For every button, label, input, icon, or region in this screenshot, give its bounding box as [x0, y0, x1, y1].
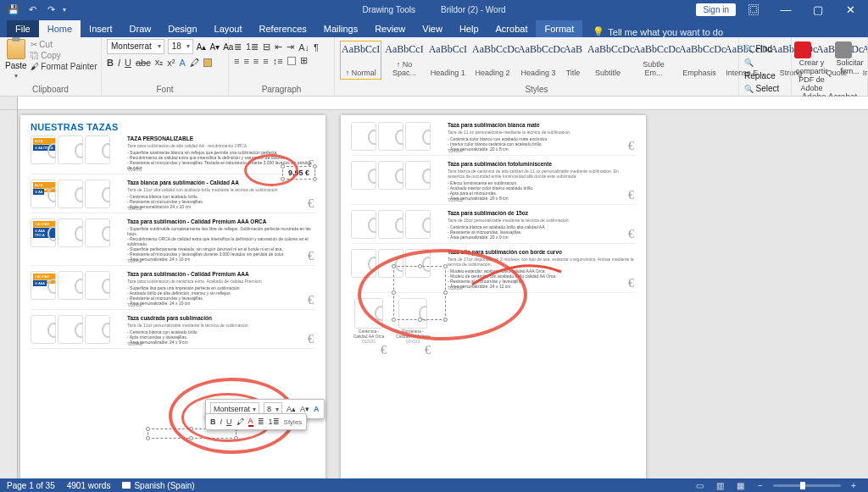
mini-numbering-icon[interactable]: 1≣ — [269, 417, 280, 426]
product-ref: 032030 — [448, 285, 463, 290]
style-item[interactable]: AaBbCcIHeading 1 — [427, 41, 469, 80]
style-item[interactable]: AaBTitle — [562, 41, 584, 80]
tab-layout[interactable]: Layout — [206, 20, 251, 37]
tab-help[interactable]: Help — [451, 20, 487, 37]
decrease-indent-icon[interactable]: ⇤ — [275, 41, 282, 53]
tab-home[interactable]: Home — [39, 20, 81, 37]
show-marks-icon[interactable]: ¶ — [314, 42, 319, 53]
mini-shrink-icon[interactable]: A▾ — [300, 405, 309, 413]
mini-styles-icon[interactable]: A — [314, 405, 320, 413]
tab-format[interactable]: Format — [536, 20, 582, 37]
minimize-icon[interactable]: — — [771, 3, 800, 16]
document-canvas[interactable]: NUESTRAS TAZAS ALTA CALIDAD⊘ AA ORCATAZA… — [0, 110, 868, 478]
bold-button[interactable]: B — [107, 58, 114, 68]
view-web-icon[interactable]: ▦ — [732, 481, 748, 490]
tab-file[interactable]: File — [7, 20, 39, 37]
borders-icon[interactable]: ⊞ — [300, 55, 308, 66]
tab-references[interactable]: References — [251, 20, 315, 37]
strike-button[interactable]: abc — [136, 58, 151, 68]
style-item[interactable]: AaBbCcDcEmphasis — [677, 41, 721, 80]
numbering-icon[interactable]: 1≣ — [246, 41, 259, 53]
align-left-icon[interactable]: ≡ — [234, 56, 239, 66]
price-textbox-selected[interactable]: 9,95 € — [282, 166, 315, 180]
sort-icon[interactable]: A↓ — [298, 42, 309, 53]
save-icon[interactable]: 💾 — [7, 3, 20, 16]
zoom-in-icon[interactable]: + — [846, 481, 861, 490]
horizontal-ruler[interactable] — [0, 97, 868, 110]
mug-thumb — [351, 161, 376, 190]
mini-bullets-icon[interactable]: ≣ — [258, 417, 264, 426]
image-selection[interactable] — [393, 266, 446, 320]
acrobat-create-button[interactable]: Crear y compartirPDF de Adobe — [794, 41, 830, 92]
quick-access-toolbar: 💾 ↶ ↷ ▾ — [0, 3, 73, 16]
tab-view[interactable]: View — [414, 20, 451, 37]
acrobat-sign-button[interactable]: Solicitar firm... — [835, 41, 865, 92]
line-spacing-icon[interactable]: ↕≡ — [273, 56, 283, 66]
tab-acrobat[interactable]: Acrobat — [487, 20, 537, 37]
styles-gallery[interactable]: AaBbCcI↑ NormalAaBbCcI↑ No Spac...AaBbCc… — [340, 39, 733, 80]
view-print-icon[interactable]: ▥ — [712, 481, 727, 490]
mini-italic[interactable]: I — [220, 417, 223, 426]
select-button[interactable]: Select — [744, 82, 786, 96]
sign-in-button[interactable]: Sign in — [696, 3, 736, 16]
bullets-icon[interactable]: ≣ — [234, 41, 242, 53]
replace-button[interactable]: Replace — [744, 56, 786, 82]
cut-button[interactable]: ✂ Cut — [31, 39, 97, 50]
style-item[interactable]: AaBbCcDcSubtle Em... — [632, 41, 676, 80]
find-button[interactable]: Find — [744, 42, 786, 56]
close-icon[interactable]: ✕ — [836, 3, 865, 16]
font-size-select[interactable]: 18 — [168, 39, 193, 54]
paste-button[interactable]: Paste▾ — [5, 39, 27, 80]
ribbon-options-icon[interactable]: ⿴ — [739, 3, 768, 16]
mini-styles-label[interactable]: Styles — [284, 418, 303, 426]
tab-insert[interactable]: Insert — [81, 20, 121, 37]
style-item[interactable]: AaBbCcI↑ No Spac... — [383, 41, 425, 80]
view-read-icon[interactable]: ▭ — [692, 481, 707, 490]
mini-underline[interactable]: U — [226, 417, 232, 426]
status-page[interactable]: Page 1 of 35 — [7, 481, 55, 490]
status-language[interactable]: Spanish (Spain) — [122, 481, 194, 490]
grow-font-icon[interactable]: A▴ — [197, 42, 207, 52]
product-subtitle: Taza blanca de cerámica de alta calidad … — [448, 169, 636, 179]
zoom-slider[interactable] — [773, 484, 841, 487]
zoom-out-icon[interactable]: − — [753, 481, 768, 490]
maximize-icon[interactable]: ▢ — [804, 3, 832, 16]
style-item[interactable]: AaBbCcDcHeading 3 — [516, 41, 560, 80]
align-center-icon[interactable]: ≡ — [243, 56, 248, 66]
product-info: Taza para sublimación blanca mateTaza de… — [448, 122, 636, 152]
tab-draw[interactable]: Draw — [121, 20, 160, 37]
tab-design[interactable]: Design — [159, 20, 205, 37]
mini-grow-icon[interactable]: A▴ — [287, 405, 296, 413]
mini-fontcolor-icon[interactable]: A — [248, 417, 253, 427]
shrink-font-icon[interactable]: A▾ — [209, 42, 220, 52]
font-color-icon[interactable] — [203, 58, 212, 67]
shading-icon[interactable] — [287, 57, 296, 65]
status-words[interactable]: 4901 words — [67, 481, 111, 490]
undo-icon[interactable]: ↶ — [25, 3, 39, 16]
justify-icon[interactable]: ≡ — [263, 56, 268, 66]
align-right-icon[interactable]: ≡ — [253, 56, 259, 66]
format-painter-button[interactable]: 🖌 Format Painter — [31, 61, 97, 72]
highlight-icon[interactable]: 🖍 — [190, 58, 199, 68]
tab-mailings[interactable]: Mailings — [315, 20, 366, 37]
style-item[interactable]: AaBbCcDcSubtitle — [586, 41, 630, 80]
subscript-button[interactable]: x₂ — [155, 57, 164, 68]
underline-button[interactable]: U — [125, 58, 131, 68]
product-ref: 035443 — [128, 341, 142, 346]
mini-toolbar-row2[interactable]: B I U 🖍 A ≣ 1≣ Styles — [205, 413, 307, 430]
copy-button[interactable]: ⿻ Copy — [31, 50, 97, 61]
italic-button[interactable]: I — [118, 58, 120, 68]
superscript-button[interactable]: x² — [167, 58, 175, 68]
style-item[interactable]: AaBbCcI↑ Normal — [340, 41, 381, 80]
text-effects-icon[interactable]: A — [179, 58, 185, 68]
style-item[interactable]: AaBbCcDcHeading 2 — [470, 41, 515, 80]
increase-indent-icon[interactable]: ⇥ — [287, 41, 294, 53]
multilevel-icon[interactable]: ⊟ — [263, 41, 270, 53]
mini-highlight-icon[interactable]: 🖍 — [236, 417, 244, 426]
redo-icon[interactable]: ↷ — [44, 3, 58, 16]
tab-review[interactable]: Review — [366, 20, 414, 37]
qat-customize-icon[interactable]: ▾ — [63, 6, 66, 14]
mini-bold[interactable]: B — [210, 417, 216, 426]
font-name-select[interactable]: Montserrat — [107, 39, 164, 54]
tell-me-search[interactable]: 💡 Tell me what you want to do — [593, 26, 723, 37]
